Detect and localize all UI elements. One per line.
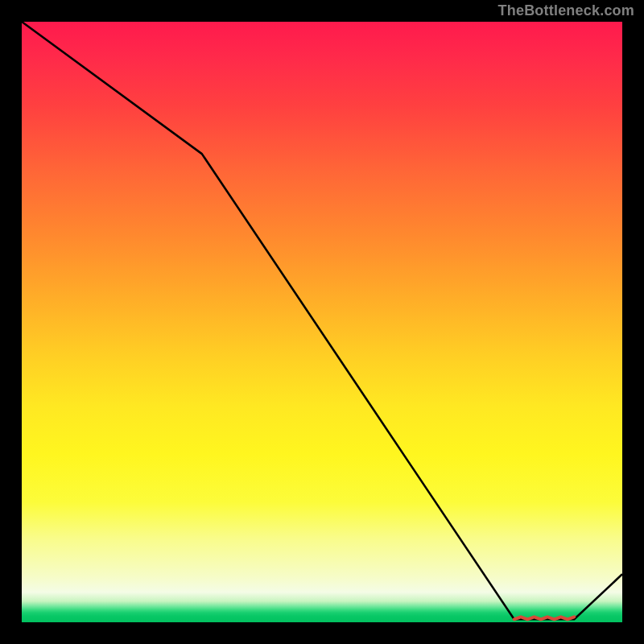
curve-group bbox=[22, 22, 622, 619]
chart-frame: TheBottleneck.com bbox=[0, 0, 644, 644]
plot-area bbox=[22, 22, 622, 622]
chart-overlay bbox=[22, 22, 622, 622]
attribution-label: TheBottleneck.com bbox=[498, 2, 634, 19]
min-marker bbox=[514, 617, 575, 619]
main-curve bbox=[22, 22, 622, 619]
